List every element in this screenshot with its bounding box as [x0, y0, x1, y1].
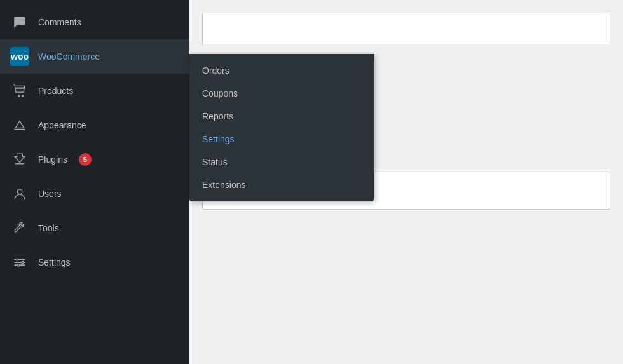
submenu-item-settings[interactable]: Settings — [189, 128, 374, 151]
sidebar-item-comments[interactable]: Comments — [0, 5, 189, 39]
sidebar-item-users[interactable]: Users — [0, 177, 189, 211]
sidebar-item-settings[interactable]: Settings — [0, 245, 189, 280]
sidebar-item-products[interactable]: Products — [0, 74, 189, 108]
sidebar-item-label-appearance: Appearance — [38, 120, 86, 130]
sidebar-item-label-plugins: Plugins — [38, 154, 67, 165]
sidebar-item-plugins[interactable]: Plugins 5 — [0, 142, 189, 177]
woocommerce-submenu: Orders Coupons Reports Settings Status E… — [189, 54, 374, 201]
sidebar-item-appearance[interactable]: Appearance — [0, 108, 189, 142]
submenu-item-extensions[interactable]: Extensions — [189, 173, 374, 196]
plugins-icon — [9, 149, 31, 170]
woo-icon: woo — [9, 46, 31, 67]
sidebar-item-woocommerce[interactable]: woo WooCommerce — [0, 39, 189, 74]
sidebar-item-label-users: Users — [38, 189, 62, 199]
sidebar: Comments woo WooCommerce Products — [0, 0, 189, 364]
sidebar-item-label-woocommerce: WooCommerce — [38, 51, 100, 62]
tools-icon — [9, 217, 31, 239]
svg-point-7 — [17, 264, 19, 266]
submenu-item-orders[interactable]: Orders — [189, 59, 374, 82]
sidebar-item-label-products: Products — [38, 86, 73, 96]
submenu-item-reports[interactable]: Reports — [189, 105, 374, 128]
comments-icon — [9, 11, 31, 33]
sidebar-item-label-settings: Settings — [38, 257, 71, 267]
users-icon — [9, 183, 31, 205]
settings-icon — [9, 252, 31, 273]
submenu-item-status[interactable]: Status — [189, 151, 374, 173]
sidebar-item-tools[interactable]: Tools — [0, 211, 189, 245]
sidebar-item-label-tools: Tools — [38, 223, 59, 233]
submenu-item-coupons[interactable]: Coupons — [189, 82, 374, 105]
svg-rect-0 — [15, 88, 24, 89]
svg-point-5 — [16, 259, 18, 260]
products-icon — [9, 80, 31, 102]
svg-point-6 — [22, 261, 24, 263]
sidebar-item-label-comments: Comments — [38, 17, 81, 27]
appearance-icon — [9, 114, 31, 136]
svg-point-1 — [17, 189, 22, 194]
plugins-badge: 5 — [79, 153, 92, 166]
content-top-box — [202, 13, 610, 44]
